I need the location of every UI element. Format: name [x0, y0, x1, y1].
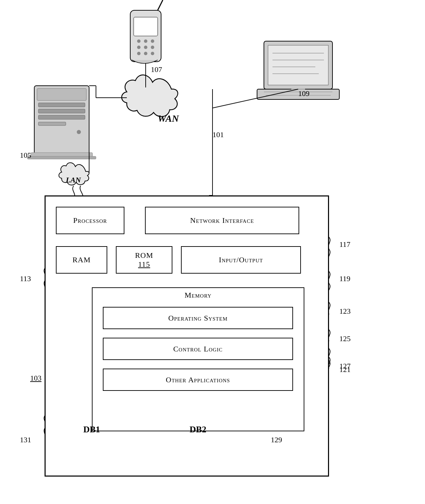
diagram-container: WAN LAN 107 109 105 101 111 Processor Ne… [0, 0, 425, 504]
network-interface-box: Network Interface [145, 207, 299, 234]
processor-label: Processor [73, 216, 107, 225]
svg-point-6 [144, 46, 147, 49]
server-icon [27, 86, 96, 159]
ref-119: 119 [339, 274, 350, 283]
svg-rect-24 [38, 103, 85, 107]
db1-label: DB1 [83, 424, 100, 435]
main-device-box: Processor Network Interface RAM ROM 115 … [45, 195, 329, 477]
db2-label: DB2 [190, 424, 206, 435]
svg-point-8 [137, 52, 141, 55]
svg-point-4 [151, 39, 154, 43]
ref-107: 107 [151, 65, 162, 74]
svg-rect-26 [38, 115, 85, 119]
ref-113: 113 [20, 274, 31, 283]
ref-125: 125 [339, 334, 351, 343]
wan-cloud [122, 75, 178, 117]
other-apps-label: Other Applications [166, 375, 230, 384]
svg-point-3 [144, 39, 147, 43]
network-interface-label: Network Interface [190, 216, 254, 225]
input-output-box: Input/Output [181, 246, 301, 274]
svg-rect-0 [130, 10, 161, 62]
svg-rect-1 [134, 17, 158, 36]
ref-101: 101 [212, 130, 224, 139]
svg-line-32 [212, 89, 298, 108]
ram-box: RAM [56, 246, 107, 274]
svg-rect-30 [27, 156, 96, 159]
ram-label: RAM [72, 255, 90, 264]
svg-point-10 [151, 52, 154, 55]
processor-box: Processor [56, 207, 124, 234]
svg-rect-12 [264, 41, 332, 89]
rom-box: ROM 115 [116, 246, 172, 274]
svg-point-28 [77, 130, 81, 134]
other-apps-box: Other Applications [103, 369, 293, 391]
control-logic-box: Control Logic [103, 338, 293, 360]
svg-point-2 [137, 39, 141, 43]
ref-131: 131 [20, 435, 31, 444]
ref-123: 123 [339, 307, 351, 316]
ref-129: 129 [271, 435, 282, 444]
rom-num: 115 [138, 260, 150, 269]
ref-109: 109 [298, 89, 309, 98]
memory-title: Memory [93, 288, 304, 302]
svg-rect-23 [37, 88, 86, 100]
wan-label: WAN [158, 113, 179, 124]
svg-point-9 [144, 52, 147, 55]
ref-105: 105 [20, 151, 31, 160]
os-label: Operating System [168, 314, 228, 323]
svg-line-11 [158, 0, 163, 10]
svg-rect-27 [38, 122, 66, 125]
phone-icon [130, 0, 163, 63]
svg-point-7 [151, 46, 154, 49]
svg-point-5 [137, 46, 141, 49]
svg-rect-22 [34, 86, 89, 154]
memory-box: Memory Operating System Control Logic Ot… [92, 287, 304, 431]
svg-rect-13 [268, 45, 328, 85]
input-output-label: Input/Output [219, 255, 263, 264]
ref-103: 103 [30, 374, 41, 383]
os-box: Operating System [103, 307, 293, 329]
control-logic-label: Control Logic [173, 345, 222, 353]
svg-rect-25 [38, 109, 85, 113]
svg-rect-29 [31, 153, 93, 158]
lan-label: LAN [66, 176, 81, 184]
rom-label: ROM [135, 251, 153, 260]
ref-117: 117 [339, 240, 350, 249]
ref-127: 127 [339, 362, 351, 371]
